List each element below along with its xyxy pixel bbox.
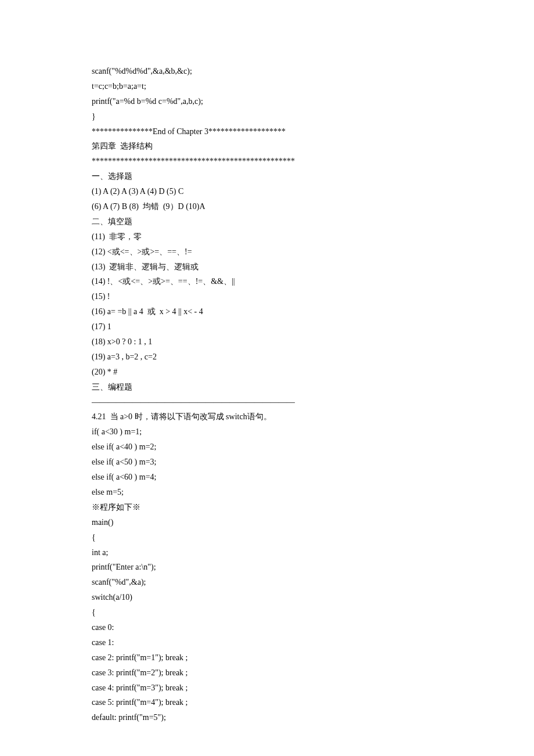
code-line: printf("a=%d b=%d c=%d",a,b,c); <box>92 94 442 109</box>
code-line: else if( a<50 ) m=3; <box>92 455 442 470</box>
section-heading: 三、编程题 <box>92 380 442 395</box>
answer-line: (11) 非零，零 <box>92 229 442 244</box>
answer-line: (15) ! <box>92 289 442 304</box>
code-line: { <box>92 530 442 545</box>
divider-line: ————————————————————————— <box>92 395 442 410</box>
code-line: case 4: printf("m=3"); break ; <box>92 681 442 696</box>
code-line: default: printf("m=5"); <box>92 710 442 725</box>
answer-line: (13) 逻辑非、逻辑与、逻辑或 <box>92 260 442 275</box>
code-line: t=c;c=b;b=a;a=t; <box>92 79 442 94</box>
code-line: else if( a<40 ) m=2; <box>92 440 442 455</box>
answer-line: (17) 1 <box>92 319 442 334</box>
code-line: case 1: <box>92 635 442 650</box>
code-line: case 2: printf("m=1"); break ; <box>92 650 442 665</box>
section-heading: 一、选择题 <box>92 169 442 184</box>
code-line: switch(a/10) <box>92 590 442 605</box>
code-line: printf("Enter a:\n"); <box>92 560 442 575</box>
code-line: scanf("%d%d%d",&a,&b,&c); <box>92 64 442 79</box>
answer-line: (12) <或<=、>或>=、==、!= <box>92 244 442 260</box>
answer-line: (14) !、<或<=、>或>=、==、!=、&&、|| <box>92 274 442 289</box>
problem-line: 4.21 当 a>0 时，请将以下语句改写成 switch语句。 <box>92 409 442 424</box>
answer-line: (18) x>0 ? 0 : 1 , 1 <box>92 334 442 350</box>
answer-line: (19) a=3 , b=2 , c=2 <box>92 350 442 365</box>
chapter-heading: 第四章 选择结构 <box>92 139 442 154</box>
section-heading: 二、填空题 <box>92 214 442 229</box>
code-line: scanf("%d",&a); <box>92 575 442 590</box>
code-line: main() <box>92 515 442 530</box>
answer-line: (16) a= =b || a 4 或 x > 4 || x< - 4 <box>92 304 442 319</box>
document-page: scanf("%d%d%d",&a,&b,&c); t=c;c=b;b=a;a=… <box>0 0 534 756</box>
code-line: if( a<30 ) m=1; <box>92 424 442 440</box>
code-line: case 3: printf("m=2"); break ; <box>92 665 442 681</box>
code-line: else m=5; <box>92 485 442 500</box>
code-line: else if( a<60 ) m=4; <box>92 470 442 485</box>
divider-line: ****************************************… <box>92 154 442 169</box>
code-line: int a; <box>92 545 442 560</box>
answer-line: (6) A (7) B (8) 均错 (9）D (10)A <box>92 199 442 214</box>
answer-line: (1) A (2) A (3) A (4) D (5) C <box>92 184 442 199</box>
text-line: ※程序如下※ <box>92 500 442 515</box>
code-line: } <box>92 109 442 124</box>
code-line: case 5: printf("m=4"); break ; <box>92 695 442 710</box>
divider-line: ***************End of Chapter 3*********… <box>92 124 442 139</box>
answer-line: (20) * # <box>92 365 442 380</box>
code-line: case 0: <box>92 620 442 635</box>
code-line: { <box>92 605 442 620</box>
